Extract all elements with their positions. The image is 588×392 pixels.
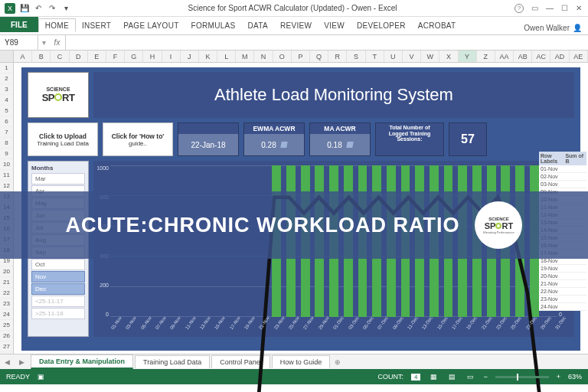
row-header[interactable]: 3 — [0, 84, 13, 95]
col-header[interactable]: X — [439, 51, 458, 62]
col-header[interactable]: W — [421, 51, 439, 62]
tab-view[interactable]: VIEW — [318, 18, 351, 32]
metric-total-card: Total Number of Logged Training Sessions… — [375, 122, 444, 156]
col-header[interactable]: A — [14, 51, 32, 62]
macro-record-icon[interactable]: ▣ — [38, 373, 44, 381]
row-header[interactable]: 9 — [0, 149, 13, 159]
metric-ma-card: MA ACWR 0.18 — [309, 122, 371, 156]
row-header[interactable]: 25 — [0, 320, 13, 331]
col-header[interactable]: H — [143, 51, 162, 62]
brand-logo: SCIENCE SPRT — [28, 72, 89, 118]
row-header[interactable]: 22 — [0, 288, 13, 299]
row-header[interactable]: 2 — [0, 74, 13, 84]
maximize-icon[interactable]: ☐ — [561, 4, 568, 12]
row-header[interactable]: 6 — [0, 116, 13, 127]
close-icon[interactable]: ✕ — [576, 4, 582, 12]
row-header[interactable]: 11 — [0, 170, 13, 181]
sheet-nav-next-icon[interactable]: ▶ — [15, 358, 29, 366]
tab-formulas[interactable]: FORMULAS — [185, 18, 242, 32]
row-header[interactable]: 10 — [0, 159, 13, 170]
col-header[interactable]: F — [106, 51, 125, 62]
col-header[interactable]: V — [403, 51, 421, 62]
col-header[interactable]: E — [88, 51, 106, 62]
row-header[interactable]: 20 — [0, 266, 13, 277]
col-header[interactable]: L — [217, 51, 236, 62]
tab-developer[interactable]: DEVELOPER — [351, 18, 412, 32]
row-header[interactable]: 1 — [0, 63, 13, 74]
tab-home[interactable]: HOME — [38, 18, 76, 32]
tab-data[interactable]: DATA — [242, 18, 274, 32]
logo-ring-icon — [54, 93, 62, 101]
col-header[interactable]: Q — [310, 51, 328, 62]
col-header[interactable]: Z — [477, 51, 495, 62]
select-all-cell[interactable] — [0, 51, 14, 62]
col-header[interactable]: R — [328, 51, 347, 62]
window-title: Science for Sport ACWR Calculator (Updat… — [70, 4, 514, 12]
col-header[interactable]: B — [32, 51, 51, 62]
zoom-level[interactable]: 63% — [568, 373, 582, 381]
col-header[interactable]: O — [273, 51, 292, 62]
row-header[interactable]: 24 — [0, 309, 13, 320]
row-header[interactable]: 26 — [0, 331, 13, 341]
user-avatar-icon: 👤 — [573, 24, 582, 32]
status-ready: READY — [6, 373, 30, 381]
upload-button[interactable]: Click to Upload Training Load Data — [28, 122, 98, 156]
help-icon[interactable]: ? — [514, 4, 524, 13]
howto-button[interactable]: Click for 'How to' guide.. — [103, 122, 173, 156]
tab-review[interactable]: REVIEW — [274, 18, 318, 32]
col-header[interactable]: K — [199, 51, 217, 62]
slicer-item[interactable]: >25-11-18 — [31, 308, 85, 319]
col-header[interactable]: AD — [550, 51, 569, 62]
ribbon-tabs: FILE HOME INSERT PAGE LAYOUT FORMULAS DA… — [0, 17, 588, 32]
row-header[interactable]: 27 — [0, 341, 13, 352]
sheet-nav-prev-icon[interactable]: ◀ — [0, 358, 15, 366]
ribbon-display-icon[interactable]: ▭ — [531, 4, 538, 12]
col-header[interactable]: M — [236, 51, 254, 62]
col-header[interactable]: AC — [532, 51, 550, 62]
row-header[interactable]: 4 — [0, 95, 13, 106]
undo-icon[interactable]: ↶ — [34, 4, 43, 13]
name-box[interactable]: Y89 — [0, 35, 38, 50]
col-header[interactable]: J — [181, 51, 199, 62]
worksheet-area: 1234567891011121314151617181920212223242… — [0, 63, 588, 354]
customize-qat-icon[interactable]: ▾ — [61, 4, 70, 13]
col-header[interactable]: I — [162, 51, 181, 62]
account-user[interactable]: Owen Walker 👤 — [524, 24, 588, 32]
col-header[interactable]: AE — [570, 51, 588, 62]
redo-icon[interactable]: ↷ — [47, 4, 57, 13]
col-header[interactable]: C — [51, 51, 69, 62]
col-header[interactable]: Y — [459, 51, 477, 62]
slicer-item[interactable]: Nov — [31, 271, 85, 283]
col-header[interactable]: U — [384, 51, 403, 62]
zoom-slider[interactable] — [495, 376, 549, 378]
slicer-item[interactable]: <25-11-17 — [31, 296, 85, 307]
row-header[interactable]: 7 — [0, 127, 13, 138]
metric-total-value: 57 — [449, 122, 487, 156]
col-header[interactable]: S — [347, 51, 365, 62]
tab-acrobat[interactable]: ACROBAT — [412, 18, 462, 32]
file-tab[interactable]: FILE — [0, 17, 38, 32]
row-header[interactable]: 12 — [0, 181, 13, 191]
tab-insert[interactable]: INSERT — [76, 18, 117, 32]
minimize-icon[interactable]: — — [546, 4, 554, 12]
formula-bar-row: Y89 ▾ fx — [0, 35, 588, 51]
metric-date-card: 22-Jan-18 — [178, 122, 239, 156]
col-header[interactable]: AA — [495, 51, 514, 62]
slicer-item[interactable]: Oct — [31, 259, 85, 270]
col-header[interactable]: P — [292, 51, 310, 62]
tab-page-layout[interactable]: PAGE LAYOUT — [117, 18, 185, 32]
col-header[interactable]: D — [70, 51, 88, 62]
row-header[interactable]: 8 — [0, 138, 13, 149]
row-header[interactable]: 23 — [0, 299, 13, 309]
row-header[interactable]: 5 — [0, 106, 13, 116]
col-header[interactable]: T — [366, 51, 384, 62]
col-header[interactable]: N — [254, 51, 273, 62]
row-header[interactable]: 21 — [0, 277, 13, 288]
namebox-dropdown-icon[interactable]: ▾ — [38, 38, 49, 47]
slicer-item[interactable]: Mar — [31, 173, 85, 185]
fx-icon[interactable]: fx — [49, 35, 66, 50]
slicer-item[interactable]: Dec — [31, 283, 85, 295]
col-header[interactable]: G — [125, 51, 143, 62]
save-icon[interactable]: 💾 — [20, 4, 29, 13]
col-header[interactable]: AB — [514, 51, 532, 62]
